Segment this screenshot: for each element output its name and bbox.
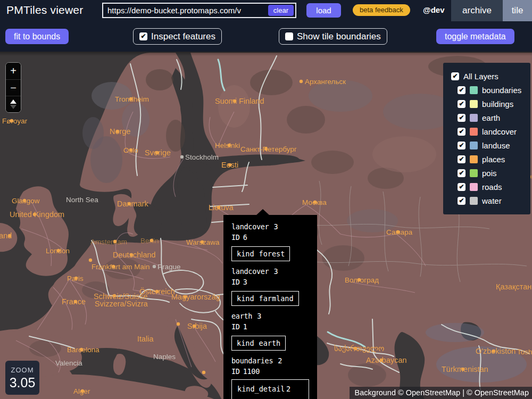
clear-button[interactable]: clear (268, 5, 294, 16)
map-label: Føroyar (2, 117, 28, 125)
layer-checkbox[interactable] (458, 183, 466, 191)
feature-layer: landcover (231, 267, 269, 276)
layer-checkbox[interactable] (458, 100, 466, 108)
map-label: Deutschland (113, 251, 156, 259)
layer-row-earth[interactable]: earth (443, 111, 530, 124)
layer-checkbox[interactable] (458, 86, 466, 94)
toggle-metadata-button[interactable]: toggle metadata (436, 29, 514, 44)
feature-zoom: 3 (257, 312, 261, 320)
map-label: Eesti (221, 161, 238, 169)
all-layers-row[interactable]: All Layers (443, 69, 530, 83)
prop-key: kind_detail (237, 385, 286, 393)
prop-value: farmland (259, 294, 294, 303)
layer-row-buildings[interactable]: buildings (443, 97, 530, 111)
layer-row-boundaries[interactable]: boundaries (443, 83, 530, 97)
layer-checkbox[interactable] (458, 155, 466, 163)
toolbar: fit to bounds Inspect features Show tile… (0, 21, 532, 52)
map-label: Lietuva (209, 203, 234, 212)
map-attribution: Background © OpenStreetMap | © OpenStree… (350, 387, 532, 399)
feature-props-box: kindearth (231, 336, 286, 351)
show-tile-boundaries-toggle[interactable]: Show tile boundaries (279, 28, 387, 45)
app-header: PMTiles viewer clear load beta feedback … (0, 0, 532, 21)
city-dot (89, 259, 92, 262)
map-label: O'zbekiston (476, 347, 516, 355)
all-layers-checkbox[interactable] (451, 72, 459, 80)
city-dot (202, 371, 205, 374)
feature-zoom: 3 (273, 222, 278, 231)
map-label: Sverige (145, 148, 171, 157)
zoom-out-button[interactable]: − (6, 79, 21, 96)
feature-id-label: ID (231, 367, 240, 376)
layer-label: landcover (482, 127, 517, 136)
prop-value: earth (259, 339, 281, 347)
map-label: North Sea (66, 196, 98, 204)
map-label: United Kingdom (10, 210, 64, 219)
map-label: Москва (302, 198, 327, 206)
inspect-popup: landcover3 ID6 kindforest landcover3 ID3… (223, 215, 317, 399)
map-label: Suomi Finland (215, 97, 264, 105)
prop-key: kind (237, 294, 254, 303)
map-label: Srbija (187, 322, 207, 330)
feature-id-label: ID (231, 322, 240, 331)
map-label: Amsterdam (90, 238, 127, 246)
layer-row-landuse[interactable]: landuse (443, 138, 530, 152)
layer-checkbox[interactable] (458, 114, 466, 122)
zoom-indicator-label: ZOOM (5, 366, 39, 374)
map-label: Berlin (140, 237, 159, 245)
beta-feedback-badge[interactable]: beta feedback (353, 4, 410, 16)
map-label: Paris (67, 275, 84, 282)
layer-row-roads[interactable]: roads (443, 180, 530, 194)
layer-swatch (470, 100, 478, 108)
popup-feature: landcover3 ID3 kindfarmland (231, 267, 309, 312)
load-button[interactable]: load (306, 3, 341, 18)
feature-id-label: ID (231, 233, 240, 242)
layer-row-landcover[interactable]: landcover (443, 124, 530, 138)
layer-swatch (470, 86, 478, 94)
layer-checkbox[interactable] (458, 197, 466, 205)
pitch-toggle-button[interactable] (6, 96, 21, 112)
feature-id: 6 (243, 233, 247, 242)
url-input[interactable] (103, 6, 295, 15)
map-label: Trondheim (115, 95, 149, 103)
layer-row-places[interactable]: places (443, 152, 530, 166)
layer-row-water[interactable]: water (443, 194, 530, 207)
map-label: Қазақстан (496, 282, 531, 291)
map-label: Österreich (139, 287, 175, 296)
map-label: France (62, 297, 86, 306)
layer-swatch (470, 128, 478, 136)
layer-checkbox[interactable] (458, 128, 466, 136)
city-dot (177, 322, 180, 326)
pitch-down-icon (10, 105, 16, 109)
map-label: Türkmenistan (442, 365, 488, 373)
map-label: Glasgow (12, 197, 40, 205)
zoom-indicator-value: 3.05 (5, 375, 39, 390)
layer-swatch (470, 142, 478, 149)
inspect-features-checkbox[interactable] (139, 32, 147, 40)
map-label: Toshkent (517, 348, 532, 356)
map-label: Oslo (123, 146, 138, 154)
tab-archive[interactable]: archive (451, 0, 503, 21)
layer-row-pois[interactable]: pois (443, 166, 530, 180)
map-label: Magyarország (171, 293, 220, 301)
prop-value: forest (259, 250, 285, 258)
feature-props-box: kindfarmland (231, 291, 299, 306)
feature-id: 1 (243, 322, 247, 331)
zoom-in-button[interactable]: + (6, 63, 21, 79)
map-label: Архангельск (305, 78, 346, 86)
inspect-features-label: Inspect features (151, 31, 215, 42)
layer-label: boundaries (482, 86, 521, 95)
layer-checkbox[interactable] (458, 169, 466, 177)
url-input-wrap: clear (102, 3, 296, 18)
map-zoom-control: + − (5, 62, 21, 113)
zoom-indicator: ZOOM 3.05 (5, 361, 39, 395)
layer-checkbox[interactable] (458, 142, 466, 149)
prop-value: 2 (286, 385, 290, 393)
layer-swatch (470, 114, 478, 122)
fit-to-bounds-button[interactable]: fit to bounds (5, 29, 69, 44)
tab-tile[interactable]: tile (503, 0, 532, 21)
city-dot (180, 155, 184, 159)
layer-swatch (470, 155, 478, 163)
show-tile-boundaries-checkbox[interactable] (285, 32, 293, 40)
feature-layer: landcover (231, 222, 269, 231)
inspect-features-toggle[interactable]: Inspect features (133, 28, 222, 45)
